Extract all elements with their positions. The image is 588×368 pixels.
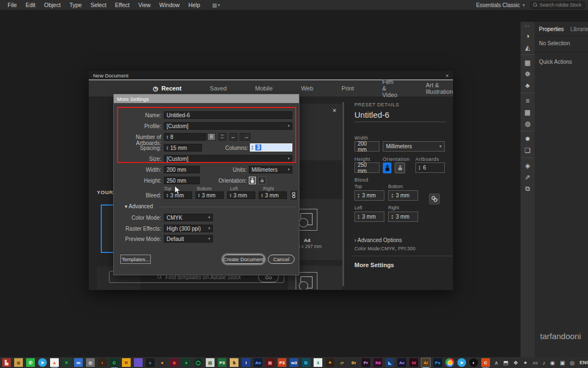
orientation-portrait-button[interactable]: [383, 162, 391, 173]
taskbar-app-icon[interactable]: 3: [314, 358, 322, 367]
panel-tab[interactable]: Properties: [539, 26, 564, 32]
taskbar-app-icon[interactable]: ✕: [62, 358, 71, 367]
units-dropdown[interactable]: Millimeters▾: [383, 141, 445, 152]
advanced-section-toggle[interactable]: ▾ Advanced: [125, 203, 153, 209]
taskbar-app-icon[interactable]: [445, 358, 454, 367]
taskbar-app-icon[interactable]: [134, 358, 143, 367]
stepper-arrows[interactable]: ▴▾: [391, 193, 393, 198]
bleed-input[interactable]: ▴▾ 3 mm: [388, 190, 418, 201]
taskbar-app-icon[interactable]: ➤: [457, 358, 466, 367]
arrange-grid-button[interactable]: ↔: [229, 133, 237, 141]
spacing-input[interactable]: ▴▾ 15 mm: [164, 144, 202, 152]
taskbar-app-icon[interactable]: Ai: [421, 358, 430, 367]
document-category-tab[interactable]: Print: [326, 85, 366, 92]
stepper-arrows[interactable]: ▴▾: [261, 193, 263, 198]
tray-icon[interactable]: ✦: [523, 360, 528, 366]
taskbar-app-icon[interactable]: I: [242, 358, 250, 367]
color-mode-dropdown[interactable]: CMYK▾: [164, 214, 213, 221]
document-category-tab[interactable]: Saved: [194, 85, 239, 92]
menu-item[interactable]: Help: [184, 2, 205, 8]
taskbar-app-icon[interactable]: ▱: [338, 358, 346, 367]
taskbar-app-icon[interactable]: ◐: [469, 358, 478, 367]
panel-tab[interactable]: Libraries: [571, 26, 588, 32]
tray-icon[interactable]: ◎: [570, 360, 575, 366]
tray-icon[interactable]: ∧: [494, 360, 498, 366]
arrange-documents-icon[interactable]: ▦: [212, 2, 218, 8]
stepper-arrows[interactable]: ▴▾: [391, 214, 393, 220]
taskbar-app-icon[interactable]: Id: [409, 358, 418, 367]
orientation-portrait-button[interactable]: [249, 177, 256, 184]
taskbar-app-icon[interactable]: ●: [158, 358, 167, 367]
bleed-input[interactable]: ▴▾ 3 mm: [227, 191, 255, 199]
taskbar-app-icon[interactable]: ◣: [385, 358, 394, 367]
units-dropdown[interactable]: Millimeters▾: [249, 166, 292, 173]
stepper-arrows[interactable]: ▴▾: [230, 193, 231, 198]
profile-dropdown[interactable]: [Custom]▾: [164, 122, 292, 130]
close-icon[interactable]: ×: [445, 73, 449, 79]
menu-item[interactable]: View: [134, 2, 155, 8]
more-settings-link[interactable]: More Settings: [354, 262, 394, 268]
document-category-tab[interactable]: Mobile: [240, 85, 285, 92]
taskbar-app-icon[interactable]: ▙: [2, 358, 11, 367]
document-category-tab[interactable]: ◷Recent: [140, 85, 194, 92]
document-name-input[interactable]: Untitled-6: [354, 110, 389, 119]
tray-icon[interactable]: ◉: [550, 360, 555, 366]
height-input[interactable]: 250 mm: [164, 177, 200, 184]
taskbar-app-icon[interactable]: ▣: [266, 358, 274, 367]
preview-mode-dropdown[interactable]: Default▾: [164, 235, 213, 243]
taskbar-app-icon[interactable]: ♞: [230, 358, 238, 367]
width-input[interactable]: 200 mm: [354, 141, 379, 152]
size-dropdown[interactable]: [Custom]▾: [164, 155, 292, 162]
stepper-arrows[interactable]: ▴▾: [419, 165, 420, 171]
document-category-tab[interactable]: Web: [285, 85, 326, 92]
tray-icon[interactable]: ♪: [543, 360, 546, 366]
taskbar-app-icon[interactable]: ✦: [326, 358, 334, 367]
bleed-link-icon[interactable]: [429, 194, 440, 204]
tray-icon[interactable]: ▭: [532, 360, 537, 366]
adobe-stock-search-input[interactable]: Search Adobe Stock: [530, 2, 585, 9]
orientation-landscape-button[interactable]: [395, 162, 405, 173]
workspace-switcher[interactable]: Essentials Classic ▾: [476, 2, 525, 8]
dock-handle[interactable]: ▪▪: [525, 24, 530, 28]
taskbar-app-icon[interactable]: R: [122, 358, 131, 367]
artboards-count-input[interactable]: ▴▾ 8: [164, 133, 206, 141]
taskbar-app-icon[interactable]: C: [481, 358, 490, 367]
taskbar-app-icon[interactable]: P3: [218, 358, 226, 367]
height-input[interactable]: 250 mm: [354, 162, 379, 173]
chevron-down-icon[interactable]: ▾: [218, 3, 220, 8]
stepper-arrows[interactable]: ▴▾: [167, 135, 168, 140]
orientation-landscape-button[interactable]: [258, 177, 266, 184]
advanced-options-toggle[interactable]: › Advanced Options: [354, 237, 402, 243]
stepper-arrows[interactable]: ▴▾: [167, 193, 168, 198]
stepper-arrows[interactable]: ▴▾: [198, 193, 200, 198]
tray-icon[interactable]: ⬒: [503, 360, 508, 366]
menu-item[interactable]: File: [3, 2, 21, 8]
taskbar-app-icon[interactable]: m: [74, 358, 83, 367]
taskbar-app-icon[interactable]: ➤: [38, 358, 47, 367]
name-input[interactable]: Untitled-6: [164, 111, 292, 119]
taskbar-app-icon[interactable]: ◯: [194, 358, 203, 367]
cancel-button[interactable]: Cancel: [268, 255, 295, 264]
arrange-grid-button[interactable]: ⠿: [207, 133, 216, 141]
layout-direction-button[interactable]: →: [242, 133, 250, 141]
menu-item[interactable]: Window: [155, 2, 184, 8]
taskbar-app-icon[interactable]: ◆: [170, 358, 179, 367]
menu-item[interactable]: Edit: [21, 2, 40, 8]
taskbar-app-icon[interactable]: ◎: [86, 358, 95, 367]
taskbar-app-icon[interactable]: ▤: [206, 358, 215, 367]
bleed-input[interactable]: ▴▾ 3 mm: [164, 191, 192, 199]
close-icon[interactable]: ×: [332, 106, 336, 114]
document-category-tab[interactable]: Art & Illustration: [410, 82, 465, 95]
taskbar-app-icon[interactable]: An: [254, 358, 262, 367]
taskbar-app-icon[interactable]: Xd: [373, 358, 382, 367]
menu-item[interactable]: Effect: [111, 2, 134, 8]
tray-icon[interactable]: ▣: [560, 360, 565, 366]
create-document-button[interactable]: Create Document: [223, 255, 265, 264]
bleed-input[interactable]: ▴▾ 3 mm: [259, 191, 287, 199]
taskbar-app-icon[interactable]: ▲: [50, 358, 59, 367]
taskbar-app-icon[interactable]: Ps: [433, 358, 442, 367]
taskbar-app-icon[interactable]: ◉: [14, 358, 23, 367]
tray-icon[interactable]: ❖: [513, 360, 518, 366]
taskbar-app-icon[interactable]: P3: [278, 358, 286, 367]
bleed-input[interactable]: ▴▾ 3 mm: [354, 212, 384, 222]
